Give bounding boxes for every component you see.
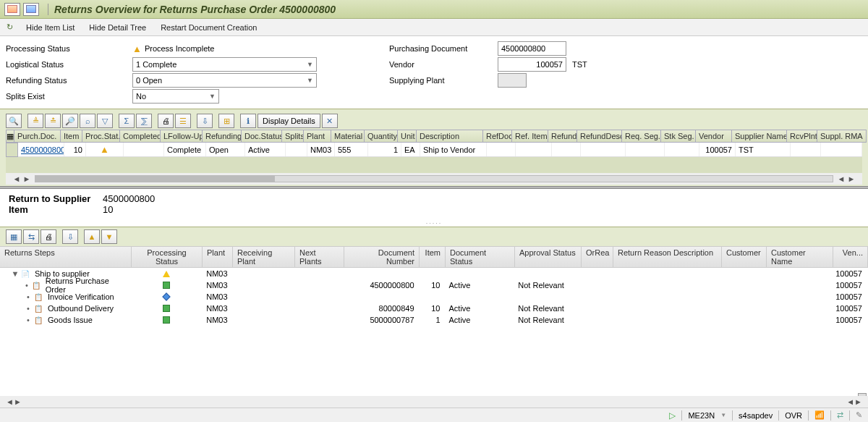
col-lfollowup[interactable]: LFollow-Up — [161, 130, 203, 142]
splits-exist-select[interactable]: No ▼ — [132, 89, 219, 104]
col-splits[interactable]: Splits — [282, 130, 304, 142]
purchasing-document-field[interactable]: 4500000800 — [498, 41, 566, 56]
supplying-plant-field[interactable] — [498, 73, 527, 88]
tree-row[interactable]: •📋Invoice VerificationNM03100057 — [0, 291, 868, 303]
status-signal-icon[interactable]: 📶 — [814, 410, 825, 420]
print-icon[interactable]: 🖨 — [158, 114, 174, 128]
col-unit[interactable]: Unit — [398, 130, 417, 142]
tree-col-steps[interactable]: Returns Steps — [0, 247, 132, 267]
tree-col-rcvplant[interactable]: Receiving Plant — [233, 247, 295, 267]
scroll-right-icon-r[interactable]: ► — [854, 397, 862, 406]
restart-document-creation-button[interactable]: Restart Document Creation — [156, 23, 261, 32]
col-refund[interactable]: Refund — [548, 130, 577, 142]
col-refund-desc[interactable]: RefundDesc — [577, 130, 622, 142]
expand-icon[interactable]: • — [23, 292, 33, 301]
col-material[interactable]: Material — [331, 130, 365, 142]
tree-collapse-icon[interactable]: ▼ — [101, 229, 117, 244]
tree-row[interactable]: •📋Returns Purchase OrderNM03450000080010… — [0, 279, 868, 291]
horizontal-scrollbar[interactable] — [35, 175, 833, 182]
col-proc-stat[interactable]: Proc.Stat. — [82, 130, 120, 142]
detail-item-value: 10 — [103, 204, 113, 215]
tree-col-next[interactable]: Next Plants — [295, 247, 344, 267]
row-selector[interactable] — [6, 143, 18, 157]
col-item[interactable]: Item — [61, 130, 82, 142]
status-play-icon[interactable]: ▷ — [669, 410, 676, 421]
tree-row[interactable]: •📋Outbound DeliveryNM038000084910ActiveN… — [0, 303, 868, 314]
scroll-right-icon[interactable]: ► — [22, 174, 32, 183]
status-note-icon[interactable]: ✎ — [856, 410, 862, 420]
col-refunding[interactable]: Refunding — [203, 130, 242, 142]
layout-icon[interactable]: ⊞ — [218, 114, 234, 128]
expand-icon[interactable]: • — [22, 281, 31, 290]
find-icon[interactable]: 🔎 — [62, 114, 78, 128]
logistical-status-select[interactable]: 1 Complete ▼ — [132, 57, 317, 72]
col-quantity[interactable]: Quantity — [365, 130, 398, 142]
scroll-left-icon-r[interactable]: ◄ — [836, 174, 846, 183]
close-icon[interactable]: ✕ — [322, 114, 338, 128]
tree-col-plant[interactable]: Plant — [203, 247, 233, 267]
vendor-field[interactable]: 100057 — [498, 57, 566, 72]
col-description[interactable]: Description — [417, 130, 483, 142]
tree-col-customer[interactable]: Customer — [722, 247, 767, 267]
tree-col-custname[interactable]: Customer Name — [767, 247, 833, 267]
splits-exist-label: Splits Exist — [6, 92, 132, 101]
tree-col-docstat[interactable]: Document Status — [446, 247, 515, 267]
info-icon[interactable]: ℹ — [240, 114, 256, 128]
status-tcode[interactable]: ME23N — [688, 411, 715, 420]
find-next-icon[interactable]: ⌕ — [80, 114, 95, 128]
tree-row[interactable]: •📋Goods IssueNM0350000007871ActiveNot Re… — [0, 314, 868, 326]
col-refdoc[interactable]: RefDoc — [483, 130, 512, 142]
status-ovr: OVR — [785, 411, 802, 420]
hide-item-list-button[interactable]: Hide Item List — [22, 23, 79, 32]
tree-col-appr[interactable]: Approval Status — [515, 247, 582, 267]
tree-col-docnum[interactable]: Document Number — [344, 247, 420, 267]
cell-purch-doc[interactable]: 4500000800 — [18, 143, 64, 156]
select-all-icon[interactable]: ▦ — [6, 130, 14, 143]
col-purch-doc[interactable]: Purch.Doc. — [14, 130, 61, 142]
col-completed[interactable]: Completed — [120, 130, 161, 142]
view-icon[interactable]: ☰ — [175, 114, 191, 128]
expand-icon[interactable]: • — [23, 304, 33, 313]
col-stk-seg[interactable]: Stk Seg. — [661, 130, 696, 142]
col-doc-status[interactable]: Doc.Status — [242, 130, 282, 142]
status-adjust-icon[interactable]: ⇄ — [837, 410, 843, 420]
scroll-left-icon[interactable]: ◄ — [12, 174, 22, 183]
tree-tool-1[interactable]: ▦ — [6, 229, 22, 244]
export-icon[interactable]: ⇩ — [197, 114, 213, 128]
hide-detail-tree-button[interactable]: Hide Detail Tree — [85, 23, 150, 32]
tree-tool-2[interactable]: ⇆ — [23, 229, 39, 244]
sum-icon[interactable]: Σ — [119, 114, 135, 128]
refresh-icon[interactable]: ↻ — [3, 21, 16, 34]
sort-desc-icon[interactable]: ≛ — [45, 114, 61, 128]
details-icon[interactable]: 🔍 — [6, 114, 22, 128]
app-icon-2[interactable] — [23, 3, 39, 16]
col-vendor[interactable]: Vendor — [696, 130, 732, 142]
tree-col-item[interactable]: Item — [420, 247, 446, 267]
app-icon-1[interactable] — [4, 3, 20, 16]
sort-asc-icon[interactable]: ≜ — [27, 114, 43, 128]
tree-print-icon[interactable]: 🖨 — [41, 229, 56, 244]
col-req-seg[interactable]: Req. Seg. — [622, 130, 661, 142]
col-plant[interactable]: Plant — [304, 130, 331, 142]
scroll-right-icon[interactable]: ► — [14, 397, 22, 406]
chevron-down-icon[interactable]: ▼ — [720, 412, 726, 418]
col-ref-item[interactable]: Ref. Item — [512, 130, 548, 142]
col-supplier-name[interactable]: Supplier Name — [732, 130, 787, 142]
scroll-left-icon-r[interactable]: ◄ — [846, 397, 854, 406]
refunding-status-select[interactable]: 0 Open ▼ — [132, 73, 317, 88]
tree-col-status[interactable]: Processing Status — [132, 247, 203, 267]
filter-icon[interactable]: ▽ — [97, 114, 113, 128]
tree-export-icon[interactable]: ⇩ — [62, 229, 78, 244]
tree-col-orrea[interactable]: OrRea — [582, 247, 613, 267]
tree-col-reason[interactable]: Return Reason Description — [613, 247, 722, 267]
col-suppl-rma[interactable]: Suppl. RMA — [817, 130, 867, 142]
display-details-button[interactable]: Display Details — [258, 114, 320, 128]
scroll-right-icon-r[interactable]: ► — [846, 174, 856, 183]
tree-expand-icon[interactable]: ▲ — [84, 229, 100, 244]
col-rcvplnt[interactable]: RcvPlnt — [787, 130, 817, 142]
expand-icon[interactable]: • — [23, 316, 33, 324]
scroll-left-icon[interactable]: ◄ — [6, 397, 14, 406]
tree-docstat: Active — [445, 304, 514, 313]
subtotal-icon[interactable]: ⅀ — [136, 114, 152, 128]
tree-col-vendor[interactable]: Ven... — [833, 247, 868, 267]
